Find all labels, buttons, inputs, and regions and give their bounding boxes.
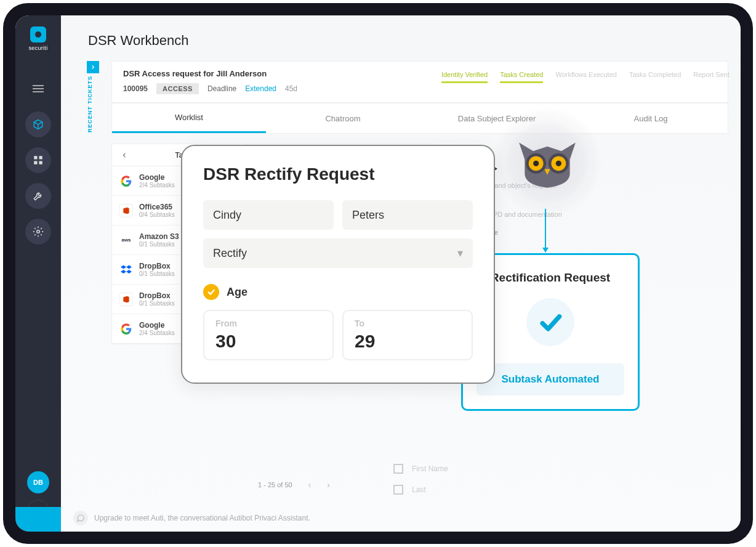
pagination-range: 1 - 25 of 50 <box>258 481 292 488</box>
aws-icon: aws <box>119 233 133 247</box>
user-avatar[interactable]: DB <box>27 471 49 493</box>
task-subtitle: 0/1 Subtasks <box>139 300 175 307</box>
chevron-down-icon: ▾ <box>457 246 463 260</box>
deadline-days: 45d <box>285 84 297 93</box>
result-title: Rectification Request <box>477 271 624 285</box>
office365-icon <box>119 204 133 217</box>
deadline-status[interactable]: Extended <box>245 84 276 93</box>
dropbox-icon <box>119 263 133 277</box>
deadline-label: Deadline <box>207 84 236 93</box>
request-title: DSR Access request for Jill Anderson <box>123 69 297 78</box>
chat-icon[interactable] <box>73 511 88 525</box>
progress-step: Workflows Executed <box>555 71 616 83</box>
progress-step: Identity Verified <box>441 71 488 83</box>
from-box[interactable]: From 30 <box>203 310 334 360</box>
progress-step: Report Sent <box>693 71 730 83</box>
progress-step: Tasks Completed <box>629 71 681 83</box>
hamburger-icon <box>33 85 44 92</box>
svg-rect-0 <box>34 156 37 159</box>
nav-settings-wrench[interactable] <box>25 183 51 209</box>
dashboard-icon <box>33 155 44 166</box>
office365-icon <box>119 293 133 306</box>
attr-check-icon <box>203 284 219 300</box>
accent-strip <box>15 507 61 532</box>
svg-point-19 <box>556 160 561 166</box>
from-value: 30 <box>215 331 321 352</box>
owl-icon <box>513 133 581 192</box>
request-type-badge: ACCESS <box>156 83 199 94</box>
task-subtitle: 0/1 Subtasks <box>139 241 179 248</box>
footer-text: Upgrade to meet Auti, the conversational… <box>94 514 310 522</box>
pagination: 1 - 25 of 50 ‹ › <box>258 480 330 490</box>
svg-point-18 <box>533 160 539 166</box>
attr-label: Age <box>227 286 247 299</box>
task-subtitle: 2/4 Subtasks <box>139 330 175 336</box>
checkbox-icon[interactable] <box>393 464 403 474</box>
page-prev[interactable]: ‹ <box>308 480 312 490</box>
task-name: Google <box>139 173 175 182</box>
nav-dashboard[interactable] <box>25 147 51 173</box>
tasks-back-button[interactable] <box>118 149 131 161</box>
checkbox-label: First Name <box>412 464 448 473</box>
checkbox-icon[interactable] <box>393 485 403 495</box>
page-next[interactable]: › <box>327 480 330 490</box>
last-name-field[interactable]: Peters <box>342 200 473 230</box>
task-name: DropBox <box>139 291 175 300</box>
menu-toggle[interactable] <box>25 76 51 102</box>
cube-icon <box>33 119 44 130</box>
subtask-automated-button[interactable]: Subtask Automated <box>477 363 624 395</box>
task-subtitle: 0/4 Subtasks <box>139 211 175 218</box>
svg-rect-1 <box>39 156 42 159</box>
rectify-request-modal: DSR Rectify Request Cindy Peters Rectify… <box>181 145 495 384</box>
chevron-left-icon <box>121 152 128 159</box>
task-name: Google <box>139 321 175 330</box>
svg-point-4 <box>37 230 40 233</box>
brand-logo: securiti <box>20 20 56 57</box>
google-icon <box>119 322 133 336</box>
field-checklist: First NameLast <box>393 464 448 495</box>
svg-rect-2 <box>34 161 37 164</box>
result-check-circle <box>526 298 574 346</box>
expand-recent-button[interactable] <box>87 61 99 73</box>
logo-icon <box>30 26 46 43</box>
action-select[interactable]: Rectify ▾ <box>203 238 473 268</box>
nav-cube[interactable] <box>25 111 51 137</box>
task-name: Amazon S3 <box>139 232 179 241</box>
task-subtitle: 0/1 Subtasks <box>139 270 175 277</box>
speech-bubble-icon <box>76 514 85 522</box>
checkmark-icon <box>537 309 564 336</box>
page-title: DSR Workbench <box>88 33 188 49</box>
svg-rect-3 <box>39 161 42 164</box>
progress-steps: Identity VerifiedTasks CreatedWorkflows … <box>441 71 730 83</box>
recent-tickets-label: RECENT TICKETS <box>87 76 93 132</box>
nav-settings-gear[interactable] <box>25 219 51 245</box>
footer-bar: Upgrade to meet Auti, the conversational… <box>61 504 741 532</box>
chevron-right-icon <box>90 64 96 70</box>
action-select-value: Rectify <box>213 247 247 260</box>
task-subtitle: 2/4 Subtasks <box>139 182 175 188</box>
checkbox-label: Last <box>412 485 426 494</box>
modal-title: DSR Rectify Request <box>203 164 473 184</box>
check-icon <box>207 288 215 296</box>
to-box[interactable]: To 29 <box>342 310 473 360</box>
tab-chatroom[interactable]: Chatroom <box>266 103 420 133</box>
wrench-icon <box>33 190 44 201</box>
arrow-to-result <box>545 209 546 252</box>
field-checkbox-row[interactable]: Last <box>393 485 448 495</box>
field-checkbox-row[interactable]: First Name <box>393 464 448 474</box>
owl-assistant <box>492 107 603 217</box>
google-icon <box>119 174 133 188</box>
progress-step: Tasks Created <box>500 71 543 83</box>
task-name: Office365 <box>139 203 175 211</box>
request-id: 100095 <box>123 84 148 93</box>
to-value: 29 <box>355 331 460 352</box>
main-area: DSR Workbench RECENT TICKETS DSR Access … <box>61 15 741 532</box>
first-name-field[interactable]: Cindy <box>203 200 334 230</box>
to-label: To <box>355 318 460 328</box>
left-sidebar: securiti DB <box>15 15 61 532</box>
brand-name: securiti <box>29 45 48 51</box>
tab-worklist[interactable]: Worklist <box>112 103 266 133</box>
gear-icon <box>33 226 44 237</box>
from-label: From <box>215 318 321 328</box>
task-name: DropBox <box>139 262 175 270</box>
